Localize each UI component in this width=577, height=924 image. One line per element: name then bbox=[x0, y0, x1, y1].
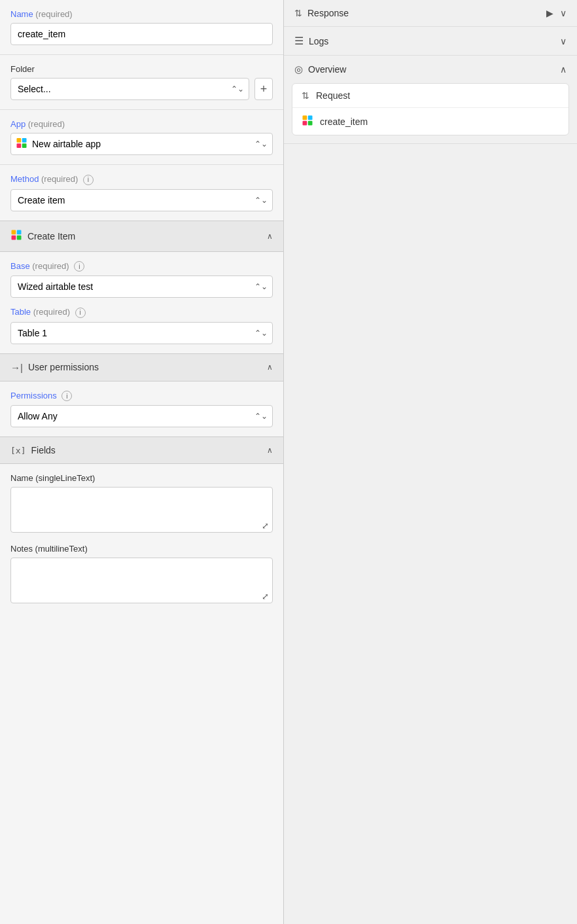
response-section-header[interactable]: ⇅ Response ▶ ∨ bbox=[284, 0, 577, 26]
create-item-content: Base (required) i Wized airtable test ⌃⌄… bbox=[0, 252, 283, 353]
base-label: Base (required) i bbox=[10, 261, 273, 272]
field2-group: Notes (multilineText) ⤢ bbox=[10, 544, 273, 605]
response-title: Response bbox=[307, 8, 541, 18]
permissions-select-wrapper: Allow Any ⌃⌄ bbox=[10, 405, 273, 427]
method-info-icon: i bbox=[83, 175, 94, 185]
permissions-info-icon: i bbox=[61, 391, 72, 401]
overview-create-item-row: create_item bbox=[292, 108, 568, 135]
table-field-group: Table (required) i Table 1 ⌃⌄ bbox=[10, 307, 273, 344]
field1-label: Name (singleLineText) bbox=[10, 473, 273, 483]
create-item-icon bbox=[10, 229, 22, 243]
app-select[interactable]: New airtable app bbox=[10, 133, 273, 155]
method-label-highlight: Method bbox=[10, 174, 39, 184]
response-play-button[interactable]: ▶ bbox=[546, 8, 553, 18]
user-permissions-chevron-icon: ∧ bbox=[267, 363, 273, 372]
app-section: App (required) New airtable app ⌃⌄ bbox=[0, 109, 283, 164]
overview-content: ⇅ Request create_item bbox=[292, 83, 569, 135]
overview-request-row: ⇅ Request bbox=[292, 84, 568, 108]
create-item-section-header[interactable]: Create Item ∧ bbox=[0, 221, 283, 252]
base-select-wrapper: Wized airtable test ⌃⌄ bbox=[10, 275, 273, 298]
logs-section: ☰ Logs ∨ bbox=[284, 27, 577, 56]
method-select-wrapper: Create item ⌃⌄ bbox=[10, 189, 273, 211]
base-info-icon: i bbox=[74, 261, 84, 272]
fields-icon: [x] bbox=[10, 446, 26, 455]
base-label-required: (required) bbox=[32, 261, 69, 271]
permissions-label: Permissions i bbox=[10, 391, 273, 402]
base-field-group: Base (required) i Wized airtable test ⌃⌄ bbox=[10, 261, 273, 298]
overview-create-item-label: create_item bbox=[320, 116, 368, 127]
svg-rect-6 bbox=[12, 235, 16, 240]
permissions-select[interactable]: Allow Any bbox=[10, 405, 273, 427]
svg-rect-10 bbox=[303, 121, 307, 126]
overview-title: Overview bbox=[308, 64, 555, 75]
response-chevron-icon[interactable]: ∨ bbox=[560, 8, 567, 18]
app-label-required: (required) bbox=[28, 119, 65, 129]
folder-label: Folder bbox=[10, 64, 273, 74]
field1-textarea-wrapper: ⤢ bbox=[10, 487, 273, 535]
overview-create-item-icon bbox=[302, 115, 313, 128]
svg-rect-9 bbox=[308, 116, 313, 120]
folder-select[interactable]: Select... bbox=[10, 78, 249, 100]
svg-rect-8 bbox=[303, 116, 307, 120]
svg-rect-4 bbox=[12, 230, 16, 234]
permissions-label-highlight: Permissions bbox=[10, 391, 57, 400]
add-folder-button[interactable]: + bbox=[254, 78, 273, 100]
field1-input[interactable] bbox=[10, 487, 273, 533]
overview-icon: ◎ bbox=[294, 63, 303, 75]
permissions-field-group: Permissions i Allow Any ⌃⌄ bbox=[10, 391, 273, 428]
response-section: ⇅ Response ▶ ∨ bbox=[284, 0, 577, 27]
app-label-highlight: App bbox=[10, 119, 26, 129]
svg-rect-11 bbox=[308, 121, 313, 126]
logs-title: Logs bbox=[309, 36, 555, 46]
table-label-required: (required) bbox=[33, 307, 70, 317]
field2-input[interactable] bbox=[10, 558, 273, 603]
overview-chevron-icon[interactable]: ∧ bbox=[560, 64, 567, 75]
table-info-icon: i bbox=[75, 308, 86, 318]
base-label-highlight: Base bbox=[10, 261, 30, 271]
overview-section-header[interactable]: ◎ Overview ∧ bbox=[284, 56, 577, 83]
name-label-required: (required) bbox=[35, 9, 72, 19]
folder-row: Select... ⌃⌄ + bbox=[10, 78, 273, 100]
logs-icon: ☰ bbox=[294, 35, 304, 47]
name-input[interactable] bbox=[10, 23, 273, 45]
folder-section: Folder Select... ⌃⌄ + bbox=[0, 54, 283, 109]
create-item-chevron-icon: ∧ bbox=[267, 232, 273, 241]
logs-section-header[interactable]: ☰ Logs ∨ bbox=[284, 27, 577, 55]
overview-controls: ∧ bbox=[560, 64, 567, 75]
left-panel: Name (required) Folder Select... ⌃⌄ + Ap… bbox=[0, 0, 284, 924]
user-permissions-icon: →| bbox=[10, 362, 23, 373]
table-label: Table (required) i bbox=[10, 307, 273, 318]
folder-select-wrapper: Select... ⌃⌄ bbox=[10, 78, 249, 100]
user-permissions-section-header[interactable]: →| User permissions ∧ bbox=[0, 353, 283, 382]
svg-rect-5 bbox=[17, 230, 22, 234]
name-label-highlight: Name bbox=[10, 9, 33, 19]
fields-section-header[interactable]: [x] Fields ∧ bbox=[0, 436, 283, 464]
field2-textarea-wrapper: ⤢ bbox=[10, 558, 273, 605]
logs-chevron-icon[interactable]: ∨ bbox=[560, 36, 567, 46]
overview-request-label: Request bbox=[316, 90, 350, 101]
method-label: Method (required) i bbox=[10, 174, 273, 185]
name-label: Name (required) bbox=[10, 9, 273, 19]
name-section: Name (required) bbox=[0, 0, 283, 54]
method-section: Method (required) i Create item ⌃⌄ bbox=[0, 164, 283, 221]
response-arrow-icon: ⇅ bbox=[294, 8, 302, 18]
fields-chevron-icon: ∧ bbox=[267, 446, 273, 455]
fields-content: Name (singleLineText) ⤢ Notes (multiline… bbox=[0, 464, 283, 614]
table-select-wrapper: Table 1 ⌃⌄ bbox=[10, 322, 273, 344]
method-select[interactable]: Create item bbox=[10, 189, 273, 211]
create-item-section-title: Create Item bbox=[27, 231, 262, 241]
user-permissions-content: Permissions i Allow Any ⌃⌄ bbox=[0, 382, 283, 437]
right-panel: ⇅ Response ▶ ∨ ☰ Logs ∨ ◎ Overview ∧ bbox=[284, 0, 577, 924]
app-label: App (required) bbox=[10, 119, 273, 129]
table-label-highlight: Table bbox=[10, 307, 31, 317]
base-select[interactable]: Wized airtable test bbox=[10, 275, 273, 298]
response-controls: ▶ ∨ bbox=[546, 8, 567, 18]
logs-controls: ∨ bbox=[560, 36, 567, 46]
svg-rect-7 bbox=[17, 235, 22, 240]
field2-label: Notes (multilineText) bbox=[10, 544, 273, 554]
app-select-wrapper: New airtable app ⌃⌄ bbox=[10, 133, 273, 155]
table-select[interactable]: Table 1 bbox=[10, 322, 273, 344]
method-label-required: (required) bbox=[41, 174, 78, 184]
field1-group: Name (singleLineText) ⤢ bbox=[10, 473, 273, 535]
fields-section-title: Fields bbox=[31, 445, 262, 455]
